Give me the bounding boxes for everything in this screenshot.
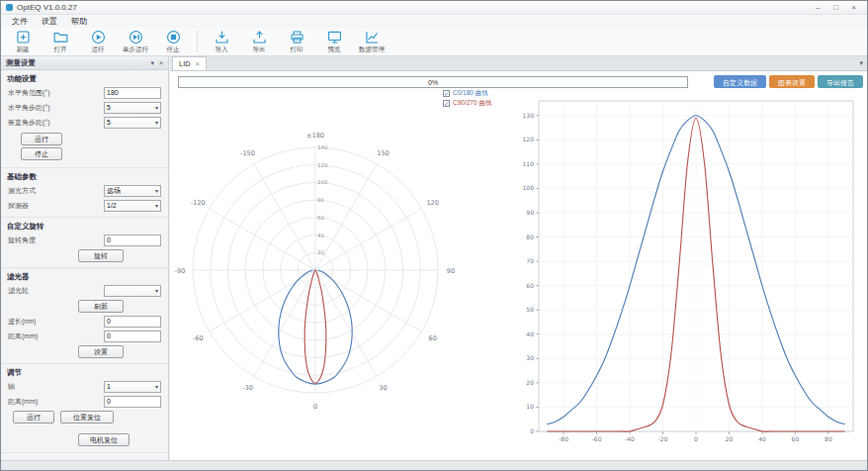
polar-chart: 0306090120150±180-150-120-90-60-30204060… <box>172 91 508 459</box>
group-filter-title: 滤光器 <box>1 270 168 283</box>
field-detector: 探测器 1/2 ▾ <box>1 198 168 213</box>
svg-text:-60: -60 <box>193 334 204 342</box>
field-filter-wheel: 滤光轮 ▾ <box>1 283 168 298</box>
c0-checkbox[interactable]: ✓ <box>443 90 450 97</box>
v-step-select[interactable]: 5 ▾ <box>104 117 161 129</box>
maximize-button[interactable]: □ <box>827 2 844 13</box>
svg-text:-80: -80 <box>559 435 568 442</box>
close-button[interactable]: × <box>845 2 862 13</box>
toolbar-stop-button[interactable]: 停止 <box>154 29 192 55</box>
refresh-button[interactable]: 刷新 <box>78 300 124 313</box>
panel-header-icons: ▾ × <box>150 59 163 67</box>
toolbar-import-button[interactable]: 导入 <box>203 29 240 55</box>
svg-text:20: 20 <box>526 379 534 386</box>
scan-stop-button[interactable]: 停止 <box>21 147 62 160</box>
group-scan-title: 功能设置 <box>1 72 168 85</box>
rotate-angle-input[interactable] <box>104 235 161 246</box>
toolbar-new-button[interactable]: 新建 <box>4 29 42 55</box>
set-button[interactable]: 设置 <box>78 345 124 358</box>
svg-text:0: 0 <box>530 427 534 434</box>
field-axis: 轴 1 ▾ <box>1 379 168 394</box>
filter-distance-input[interactable] <box>104 330 161 342</box>
svg-text:-150: -150 <box>240 149 255 157</box>
svg-text:120: 120 <box>426 199 438 207</box>
tab-close-icon[interactable]: × <box>196 60 200 67</box>
chart-content: 0% 自定义数据 图表设置 导出报告 ✓ C0/180 曲线 ✓ C90/270… <box>170 71 867 462</box>
svg-text:90: 90 <box>526 209 534 216</box>
svg-text:-90: -90 <box>175 267 186 275</box>
svg-text:60: 60 <box>429 334 437 342</box>
svg-text:80: 80 <box>317 197 324 203</box>
svg-text:30: 30 <box>526 354 534 361</box>
app-window: OptEQ V1.0.0.27 – □ × 文件 设置 帮助 新建 打开 运行 … <box>0 0 868 471</box>
chevron-down-icon: ▾ <box>155 119 158 126</box>
toolbar-export-button[interactable]: 导出 <box>240 29 278 55</box>
chevron-down-icon: ▾ <box>155 287 158 294</box>
svg-text:130: 130 <box>523 112 535 119</box>
field-photometry: 测光方式 远场 ▾ <box>1 183 168 198</box>
wavelength-input[interactable] <box>104 316 161 328</box>
toolbar-data-manage-button[interactable]: 数据管理 <box>353 29 391 55</box>
legend-item-c0: ✓ C0/180 曲线 <box>443 88 491 98</box>
field-move-distance: 距离(mm) <box>1 394 168 409</box>
toolbar: 新建 打开 运行 单步运行 停止 导入 导出 打印 <box>1 28 867 56</box>
filter-wheel-select[interactable]: ▾ <box>104 285 161 297</box>
c90-checkbox[interactable]: ✓ <box>443 100 450 107</box>
menu-settings[interactable]: 设置 <box>35 15 64 28</box>
toolbar-run-button[interactable]: 运行 <box>79 29 117 55</box>
svg-text:40: 40 <box>317 233 324 238</box>
import-icon <box>214 29 230 46</box>
svg-text:20: 20 <box>317 249 324 255</box>
field-filter-distance: 距离(mm) <box>1 329 168 343</box>
h-step-select[interactable]: 5 ▾ <box>104 102 161 114</box>
toolbar-step-run-button[interactable]: 单步运行 <box>117 29 154 55</box>
menu-file[interactable]: 文件 <box>5 15 35 28</box>
svg-text:-30: -30 <box>242 384 253 392</box>
stop-icon <box>165 29 182 46</box>
rotate-button[interactable]: 旋转 <box>78 249 124 262</box>
motor-reset-button[interactable]: 电机复位 <box>78 433 130 446</box>
photometry-select[interactable]: 远场 ▾ <box>104 185 161 197</box>
motor-reset-row: 电机复位 <box>1 424 168 448</box>
tab-lid[interactable]: LID × <box>172 56 207 70</box>
detector-select[interactable]: 1/2 ▾ <box>104 200 161 212</box>
svg-text:70: 70 <box>526 257 534 264</box>
svg-text:60: 60 <box>526 282 534 289</box>
app-logo-icon <box>6 4 13 11</box>
step-run-icon <box>128 29 144 46</box>
position-reset-button[interactable]: 位置复位 <box>60 411 114 424</box>
chevron-down-icon: ▾ <box>155 383 158 390</box>
panel-close-icon[interactable]: × <box>159 59 163 67</box>
group-basic: 基础参数 测光方式 远场 ▾ 探测器 1/2 ▾ <box>1 168 168 218</box>
panel-menu-icon[interactable]: ▾ <box>150 59 154 67</box>
svg-text:±180: ±180 <box>306 132 324 140</box>
toolbar-print-button[interactable]: 打印 <box>278 29 315 55</box>
tab-menu-icon[interactable]: ▾ <box>859 59 863 67</box>
toolbar-preview-button[interactable]: 预览 <box>315 29 353 55</box>
move-distance-input[interactable] <box>104 396 161 408</box>
svg-text:-60: -60 <box>592 435 602 442</box>
svg-text:120: 120 <box>523 136 535 142</box>
title-bar: OptEQ V1.0.0.27 – □ × <box>1 1 867 15</box>
adjust-buttons: 运行 位置复位 <box>1 409 168 424</box>
legend-label-c0: C0/180 曲线 <box>453 89 488 98</box>
field-wavelength: 波长(nm) <box>1 314 168 329</box>
svg-text:10: 10 <box>526 403 534 410</box>
tab-label: LID <box>179 59 191 68</box>
svg-text:0: 0 <box>313 403 317 411</box>
group-scan: 功能设置 水平角范围(°) 水平角步距(°) 5 ▾ 垂直角步距(°) 5 ▾ <box>1 70 168 168</box>
scan-run-button[interactable]: 运行 <box>21 133 62 145</box>
status-bar <box>1 460 867 470</box>
field-h-range: 水平角范围(°) <box>1 85 168 100</box>
group-basic-title: 基础参数 <box>1 170 168 183</box>
menu-help[interactable]: 帮助 <box>64 15 94 28</box>
axis-select[interactable]: 1 ▾ <box>104 381 161 393</box>
svg-text:80: 80 <box>825 435 832 442</box>
line-chart: 0102030405060708090100110120130-80-60-40… <box>511 87 863 459</box>
toolbar-open-button[interactable]: 打开 <box>42 29 79 55</box>
minimize-button[interactable]: – <box>810 2 826 13</box>
adjust-run-button[interactable]: 运行 <box>13 411 54 424</box>
preview-icon <box>326 29 343 46</box>
svg-text:120: 120 <box>317 162 328 168</box>
h-range-input[interactable] <box>104 87 161 99</box>
